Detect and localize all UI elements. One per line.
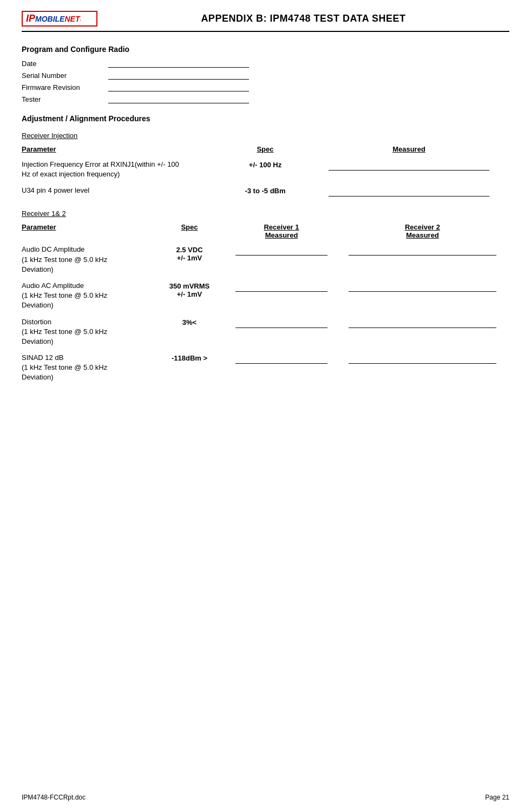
audio-ac-r1-line[interactable] [235, 281, 327, 292]
logo-trademark: . [80, 16, 81, 22]
receiver-injection-title: Receiver Injection [22, 132, 509, 140]
injection-row2-measured-line[interactable] [329, 186, 489, 197]
section-program: Program and Configure Radio Date Serial … [22, 45, 509, 103]
audio-dc-r1-measured [227, 245, 336, 256]
field-serial-label: Serial Number [22, 71, 108, 80]
field-tester-label: Tester [22, 95, 108, 103]
logo-area: IP MOBILE NET . [22, 11, 97, 27]
audio-ac-r2-line[interactable] [349, 281, 496, 292]
receiver1-label-line2: Measured [265, 231, 298, 239]
audio-ac-spec: 350 mVRMS+/- 1mV [152, 281, 227, 298]
field-serial-input[interactable] [108, 71, 249, 80]
distortion-r1-measured [227, 317, 336, 328]
receiver2-label-line1: Receiver 2 [405, 223, 440, 231]
sinad-desc: SINAD 12 dB(1 kHz Test tone @ 5.0 kHzDev… [22, 353, 152, 383]
field-firmware-row: Firmware Revision [22, 83, 509, 91]
audio-dc-r1-line[interactable] [235, 245, 327, 256]
audio-dc-r2-measured [336, 245, 509, 256]
injection-row2-desc: U34 pin 4 power level [22, 186, 222, 195]
footer-right: Page 21 [485, 794, 509, 801]
section-program-title: Program and Configure Radio [22, 45, 509, 54]
receiver2-header-block: Receiver 2 Measured [336, 223, 509, 239]
field-tester-row: Tester [22, 95, 509, 103]
section-adjustment: Adjustment / Alignment Procedures Receiv… [22, 114, 509, 385]
receiver1-header-block: Receiver 1 Measured [227, 223, 336, 239]
page-footer: IPM4748-FCCRpt.doc Page 21 [22, 794, 509, 801]
receiver1-label-line1: Receiver 1 [264, 223, 299, 231]
receiver-row-audio-ac: Audio AC Amplitude(1 kHz Test tone @ 5.0… [22, 277, 509, 313]
sinad-r1-line[interactable] [235, 353, 327, 364]
page-header: IP MOBILE NET . APPENDIX B: IPM4748 TEST… [22, 11, 509, 32]
subsection-receiver12: Receiver 1& 2 Parameter Spec Receiver 1 … [22, 209, 509, 384]
injection-row1-desc: Injection Frequency Error at RXINJ1(with… [22, 160, 222, 179]
sinad-r2-line[interactable] [349, 353, 496, 364]
injection-measured-label: Measured [392, 145, 425, 153]
receiver2-label-line2: Measured [406, 231, 439, 239]
field-serial-row: Serial Number [22, 71, 509, 80]
receiver-row-sinad: SINAD 12 dB(1 kHz Test tone @ 5.0 kHzDev… [22, 349, 509, 385]
field-firmware-label: Firmware Revision [22, 83, 108, 91]
rcol-spec-header: Spec [152, 223, 227, 239]
distortion-r2-line[interactable] [349, 317, 496, 328]
injection-col-spec-header: Spec [222, 145, 309, 153]
field-firmware-input[interactable] [108, 83, 249, 91]
field-tester-input[interactable] [108, 95, 249, 103]
sinad-spec: -118dBm > [152, 353, 227, 362]
injection-row1-measured-line[interactable] [329, 160, 489, 171]
page-title: APPENDIX B: IPM4748 TEST DATA SHEET [97, 13, 509, 24]
injection-row2-spec: -3 to -5 dBm [222, 186, 309, 195]
audio-dc-spec: 2.5 VDC+/- 1mV [152, 245, 227, 262]
audio-dc-r2-line[interactable] [349, 245, 496, 256]
subsection-receiver-injection: Receiver Injection Parameter Spec Measur… [22, 132, 509, 199]
injection-col-measured-header: Measured [309, 145, 509, 153]
rcol-param-header: Parameter [22, 223, 152, 239]
receiver-row-distortion: Distortion(1 kHz Test tone @ 5.0 kHzDevi… [22, 313, 509, 349]
rcol-r2-header: Receiver 2 Measured [336, 223, 509, 239]
field-date-input[interactable] [108, 59, 249, 68]
page: IP MOBILE NET . APPENDIX B: IPM4748 TEST… [0, 0, 531, 812]
sinad-r2-measured [336, 353, 509, 364]
rcol-r1-header: Receiver 1 Measured [227, 223, 336, 239]
audio-ac-r1-measured [227, 281, 336, 292]
distortion-r1-line[interactable] [235, 317, 327, 328]
injection-param-label: Parameter [22, 145, 56, 153]
injection-table-header: Parameter Spec Measured [22, 145, 509, 153]
receiver-row-audio-dc: Audio DC Amplitude(1 kHz Test tone @ 5.0… [22, 240, 509, 277]
injection-row1-spec: +/- 100 Hz [222, 160, 309, 169]
footer-left: IPM4748-FCCRpt.doc [22, 794, 86, 801]
injection-row1-measured [309, 160, 509, 171]
distortion-spec: 3%< [152, 317, 227, 326]
logo-net: NET [64, 15, 80, 23]
receiver-param-label: Parameter [22, 223, 56, 231]
receiver12-title: Receiver 1& 2 [22, 209, 509, 218]
receiver-spec-label: Spec [181, 223, 198, 231]
sinad-r1-measured [227, 353, 336, 364]
distortion-desc: Distortion(1 kHz Test tone @ 5.0 kHzDevi… [22, 317, 152, 347]
injection-col-param-header: Parameter [22, 145, 222, 153]
injection-row-1: Injection Frequency Error at RXINJ1(with… [22, 155, 509, 181]
receiver-table-header: Parameter Spec Receiver 1 Measured Recei… [22, 223, 509, 239]
injection-spec-label: Spec [257, 145, 273, 153]
field-date-label: Date [22, 60, 108, 68]
section-adjustment-title: Adjustment / Alignment Procedures [22, 114, 509, 123]
logo-mobile: MOBILE [35, 15, 64, 23]
audio-dc-desc: Audio DC Amplitude(1 kHz Test tone @ 5.0… [22, 245, 152, 274]
injection-row2-measured [309, 186, 509, 197]
logo-box: IP MOBILE NET . [22, 11, 97, 27]
distortion-r2-measured [336, 317, 509, 328]
audio-ac-desc: Audio AC Amplitude(1 kHz Test tone @ 5.0… [22, 281, 152, 311]
field-date-row: Date [22, 59, 509, 68]
logo-ip: IP [26, 13, 35, 24]
audio-ac-r2-measured [336, 281, 509, 292]
injection-row-2: U34 pin 4 power level -3 to -5 dBm [22, 181, 509, 199]
